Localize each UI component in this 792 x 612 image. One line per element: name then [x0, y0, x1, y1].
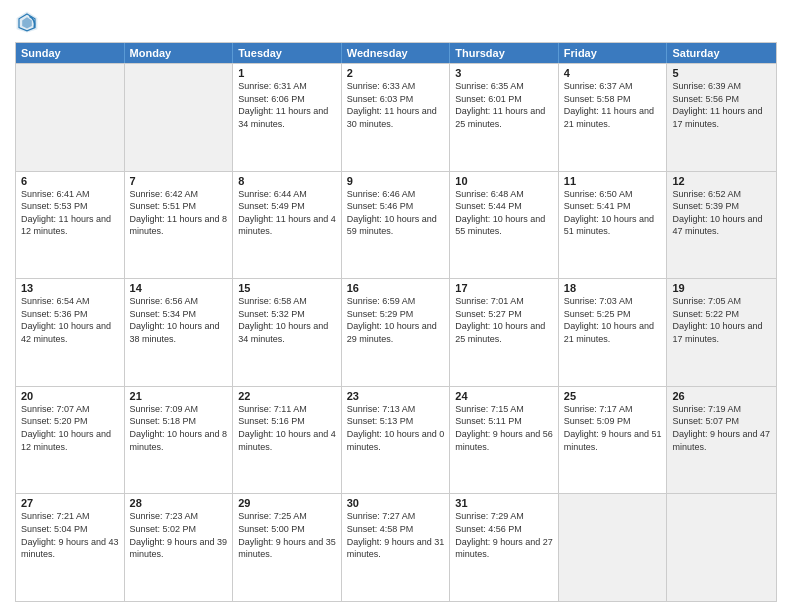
daylight-text: Daylight: 10 hours and 55 minutes.	[455, 213, 553, 238]
sunset-text: Sunset: 5:27 PM	[455, 308, 553, 321]
day-header-monday: Monday	[125, 43, 234, 63]
daylight-text: Daylight: 10 hours and 25 minutes.	[455, 320, 553, 345]
header	[15, 10, 777, 34]
cal-cell-11: 11Sunrise: 6:50 AMSunset: 5:41 PMDayligh…	[559, 172, 668, 279]
sunset-text: Sunset: 6:01 PM	[455, 93, 553, 106]
day-number: 6	[21, 175, 119, 187]
day-number: 24	[455, 390, 553, 402]
day-number: 18	[564, 282, 662, 294]
daylight-text: Daylight: 9 hours and 51 minutes.	[564, 428, 662, 453]
cal-cell-6: 6Sunrise: 6:41 AMSunset: 5:53 PMDaylight…	[16, 172, 125, 279]
sunrise-text: Sunrise: 6:48 AM	[455, 188, 553, 201]
daylight-text: Daylight: 11 hours and 34 minutes.	[238, 105, 336, 130]
logo	[15, 10, 43, 34]
sunrise-text: Sunrise: 6:58 AM	[238, 295, 336, 308]
sunset-text: Sunset: 5:36 PM	[21, 308, 119, 321]
daylight-text: Daylight: 9 hours and 31 minutes.	[347, 536, 445, 561]
daylight-text: Daylight: 10 hours and 21 minutes.	[564, 320, 662, 345]
cal-cell-31: 31Sunrise: 7:29 AMSunset: 4:56 PMDayligh…	[450, 494, 559, 601]
sunrise-text: Sunrise: 6:44 AM	[238, 188, 336, 201]
daylight-text: Daylight: 10 hours and 59 minutes.	[347, 213, 445, 238]
sunset-text: Sunset: 6:03 PM	[347, 93, 445, 106]
sunrise-text: Sunrise: 6:33 AM	[347, 80, 445, 93]
cal-cell-23: 23Sunrise: 7:13 AMSunset: 5:13 PMDayligh…	[342, 387, 451, 494]
cal-cell-4: 4Sunrise: 6:37 AMSunset: 5:58 PMDaylight…	[559, 64, 668, 171]
daylight-text: Daylight: 9 hours and 43 minutes.	[21, 536, 119, 561]
daylight-text: Daylight: 11 hours and 12 minutes.	[21, 213, 119, 238]
sunrise-text: Sunrise: 7:17 AM	[564, 403, 662, 416]
cal-cell-13: 13Sunrise: 6:54 AMSunset: 5:36 PMDayligh…	[16, 279, 125, 386]
sunset-text: Sunset: 5:58 PM	[564, 93, 662, 106]
sunrise-text: Sunrise: 6:59 AM	[347, 295, 445, 308]
cal-cell-28: 28Sunrise: 7:23 AMSunset: 5:02 PMDayligh…	[125, 494, 234, 601]
day-header-wednesday: Wednesday	[342, 43, 451, 63]
cal-cell-14: 14Sunrise: 6:56 AMSunset: 5:34 PMDayligh…	[125, 279, 234, 386]
daylight-text: Daylight: 10 hours and 42 minutes.	[21, 320, 119, 345]
daylight-text: Daylight: 10 hours and 4 minutes.	[238, 428, 336, 453]
daylight-text: Daylight: 9 hours and 47 minutes.	[672, 428, 771, 453]
day-number: 30	[347, 497, 445, 509]
cal-cell-18: 18Sunrise: 7:03 AMSunset: 5:25 PMDayligh…	[559, 279, 668, 386]
sunset-text: Sunset: 5:34 PM	[130, 308, 228, 321]
sunrise-text: Sunrise: 7:11 AM	[238, 403, 336, 416]
cal-cell-3: 3Sunrise: 6:35 AMSunset: 6:01 PMDaylight…	[450, 64, 559, 171]
sunset-text: Sunset: 5:44 PM	[455, 200, 553, 213]
daylight-text: Daylight: 11 hours and 4 minutes.	[238, 213, 336, 238]
day-header-thursday: Thursday	[450, 43, 559, 63]
sunset-text: Sunset: 5:00 PM	[238, 523, 336, 536]
cal-cell-empty-0-0	[16, 64, 125, 171]
day-number: 1	[238, 67, 336, 79]
sunrise-text: Sunrise: 7:03 AM	[564, 295, 662, 308]
sunrise-text: Sunrise: 7:25 AM	[238, 510, 336, 523]
cal-cell-24: 24Sunrise: 7:15 AMSunset: 5:11 PMDayligh…	[450, 387, 559, 494]
sunset-text: Sunset: 4:56 PM	[455, 523, 553, 536]
sunset-text: Sunset: 5:56 PM	[672, 93, 771, 106]
week-row-1: 1Sunrise: 6:31 AMSunset: 6:06 PMDaylight…	[16, 63, 776, 171]
sunset-text: Sunset: 5:20 PM	[21, 415, 119, 428]
calendar-header-row: SundayMondayTuesdayWednesdayThursdayFrid…	[16, 43, 776, 63]
cal-cell-27: 27Sunrise: 7:21 AMSunset: 5:04 PMDayligh…	[16, 494, 125, 601]
sunrise-text: Sunrise: 7:07 AM	[21, 403, 119, 416]
sunrise-text: Sunrise: 7:23 AM	[130, 510, 228, 523]
daylight-text: Daylight: 11 hours and 25 minutes.	[455, 105, 553, 130]
sunset-text: Sunset: 5:13 PM	[347, 415, 445, 428]
sunrise-text: Sunrise: 6:31 AM	[238, 80, 336, 93]
cal-cell-7: 7Sunrise: 6:42 AMSunset: 5:51 PMDaylight…	[125, 172, 234, 279]
day-number: 15	[238, 282, 336, 294]
day-number: 5	[672, 67, 771, 79]
day-number: 8	[238, 175, 336, 187]
cal-cell-17: 17Sunrise: 7:01 AMSunset: 5:27 PMDayligh…	[450, 279, 559, 386]
day-number: 22	[238, 390, 336, 402]
sunrise-text: Sunrise: 6:46 AM	[347, 188, 445, 201]
week-row-5: 27Sunrise: 7:21 AMSunset: 5:04 PMDayligh…	[16, 493, 776, 601]
cal-cell-8: 8Sunrise: 6:44 AMSunset: 5:49 PMDaylight…	[233, 172, 342, 279]
cal-cell-21: 21Sunrise: 7:09 AMSunset: 5:18 PMDayligh…	[125, 387, 234, 494]
day-number: 21	[130, 390, 228, 402]
logo-icon	[15, 10, 39, 34]
cal-cell-16: 16Sunrise: 6:59 AMSunset: 5:29 PMDayligh…	[342, 279, 451, 386]
daylight-text: Daylight: 10 hours and 51 minutes.	[564, 213, 662, 238]
day-header-friday: Friday	[559, 43, 668, 63]
daylight-text: Daylight: 11 hours and 21 minutes.	[564, 105, 662, 130]
cal-cell-15: 15Sunrise: 6:58 AMSunset: 5:32 PMDayligh…	[233, 279, 342, 386]
cal-cell-empty-4-5	[559, 494, 668, 601]
daylight-text: Daylight: 10 hours and 38 minutes.	[130, 320, 228, 345]
cal-cell-25: 25Sunrise: 7:17 AMSunset: 5:09 PMDayligh…	[559, 387, 668, 494]
cal-cell-empty-4-6	[667, 494, 776, 601]
day-number: 20	[21, 390, 119, 402]
sunrise-text: Sunrise: 7:05 AM	[672, 295, 771, 308]
cal-cell-5: 5Sunrise: 6:39 AMSunset: 5:56 PMDaylight…	[667, 64, 776, 171]
sunset-text: Sunset: 5:04 PM	[21, 523, 119, 536]
sunset-text: Sunset: 5:25 PM	[564, 308, 662, 321]
day-number: 29	[238, 497, 336, 509]
sunrise-text: Sunrise: 6:50 AM	[564, 188, 662, 201]
daylight-text: Daylight: 9 hours and 35 minutes.	[238, 536, 336, 561]
day-number: 4	[564, 67, 662, 79]
sunset-text: Sunset: 5:51 PM	[130, 200, 228, 213]
day-number: 28	[130, 497, 228, 509]
daylight-text: Daylight: 10 hours and 12 minutes.	[21, 428, 119, 453]
daylight-text: Daylight: 11 hours and 17 minutes.	[672, 105, 771, 130]
sunrise-text: Sunrise: 7:01 AM	[455, 295, 553, 308]
day-number: 16	[347, 282, 445, 294]
sunrise-text: Sunrise: 6:39 AM	[672, 80, 771, 93]
